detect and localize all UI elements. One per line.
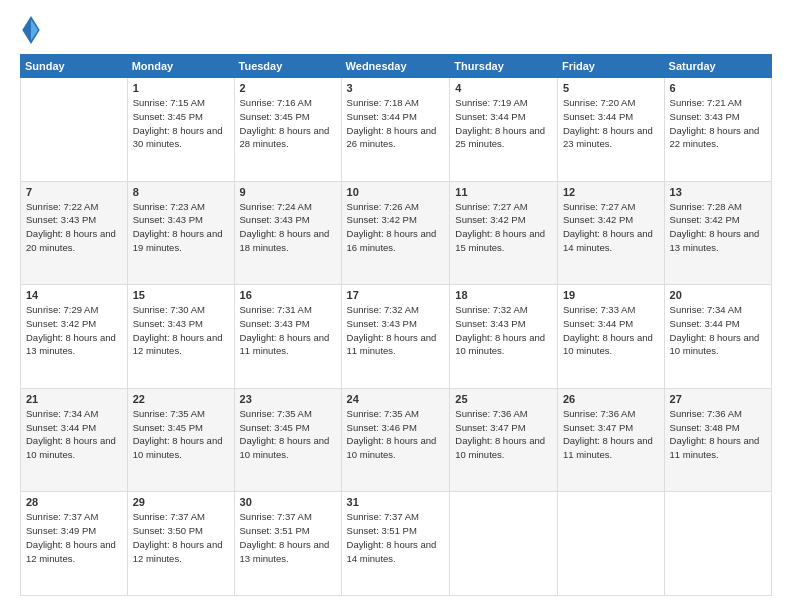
day-cell: 3Sunrise: 7:18 AM Sunset: 3:44 PM Daylig… bbox=[341, 78, 450, 182]
day-number: 16 bbox=[240, 289, 336, 301]
day-info: Sunrise: 7:32 AM Sunset: 3:43 PM Dayligh… bbox=[455, 303, 552, 358]
day-cell: 23Sunrise: 7:35 AM Sunset: 3:45 PM Dayli… bbox=[234, 388, 341, 492]
day-cell: 7Sunrise: 7:22 AM Sunset: 3:43 PM Daylig… bbox=[21, 181, 128, 285]
day-info: Sunrise: 7:21 AM Sunset: 3:43 PM Dayligh… bbox=[670, 96, 766, 151]
day-header-monday: Monday bbox=[127, 55, 234, 78]
day-cell bbox=[664, 492, 771, 596]
day-number: 14 bbox=[26, 289, 122, 301]
day-cell: 1Sunrise: 7:15 AM Sunset: 3:45 PM Daylig… bbox=[127, 78, 234, 182]
day-number: 27 bbox=[670, 393, 766, 405]
day-info: Sunrise: 7:15 AM Sunset: 3:45 PM Dayligh… bbox=[133, 96, 229, 151]
day-info: Sunrise: 7:20 AM Sunset: 3:44 PM Dayligh… bbox=[563, 96, 659, 151]
day-cell: 13Sunrise: 7:28 AM Sunset: 3:42 PM Dayli… bbox=[664, 181, 771, 285]
header bbox=[20, 16, 772, 44]
day-cell bbox=[21, 78, 128, 182]
day-cell: 17Sunrise: 7:32 AM Sunset: 3:43 PM Dayli… bbox=[341, 285, 450, 389]
day-cell: 16Sunrise: 7:31 AM Sunset: 3:43 PM Dayli… bbox=[234, 285, 341, 389]
day-cell: 26Sunrise: 7:36 AM Sunset: 3:47 PM Dayli… bbox=[557, 388, 664, 492]
day-info: Sunrise: 7:16 AM Sunset: 3:45 PM Dayligh… bbox=[240, 96, 336, 151]
day-number: 7 bbox=[26, 186, 122, 198]
day-number: 31 bbox=[347, 496, 445, 508]
day-number: 24 bbox=[347, 393, 445, 405]
day-info: Sunrise: 7:35 AM Sunset: 3:46 PM Dayligh… bbox=[347, 407, 445, 462]
day-number: 13 bbox=[670, 186, 766, 198]
day-info: Sunrise: 7:29 AM Sunset: 3:42 PM Dayligh… bbox=[26, 303, 122, 358]
day-cell: 18Sunrise: 7:32 AM Sunset: 3:43 PM Dayli… bbox=[450, 285, 558, 389]
day-info: Sunrise: 7:32 AM Sunset: 3:43 PM Dayligh… bbox=[347, 303, 445, 358]
day-info: Sunrise: 7:27 AM Sunset: 3:42 PM Dayligh… bbox=[455, 200, 552, 255]
day-cell: 27Sunrise: 7:36 AM Sunset: 3:48 PM Dayli… bbox=[664, 388, 771, 492]
day-info: Sunrise: 7:28 AM Sunset: 3:42 PM Dayligh… bbox=[670, 200, 766, 255]
day-header-friday: Friday bbox=[557, 55, 664, 78]
day-cell: 31Sunrise: 7:37 AM Sunset: 3:51 PM Dayli… bbox=[341, 492, 450, 596]
calendar-table: SundayMondayTuesdayWednesdayThursdayFrid… bbox=[20, 54, 772, 596]
week-row-2: 14Sunrise: 7:29 AM Sunset: 3:42 PM Dayli… bbox=[21, 285, 772, 389]
day-cell: 14Sunrise: 7:29 AM Sunset: 3:42 PM Dayli… bbox=[21, 285, 128, 389]
day-info: Sunrise: 7:23 AM Sunset: 3:43 PM Dayligh… bbox=[133, 200, 229, 255]
day-number: 8 bbox=[133, 186, 229, 198]
day-cell bbox=[557, 492, 664, 596]
day-number: 4 bbox=[455, 82, 552, 94]
day-number: 9 bbox=[240, 186, 336, 198]
day-info: Sunrise: 7:36 AM Sunset: 3:48 PM Dayligh… bbox=[670, 407, 766, 462]
week-row-3: 21Sunrise: 7:34 AM Sunset: 3:44 PM Dayli… bbox=[21, 388, 772, 492]
day-number: 12 bbox=[563, 186, 659, 198]
day-header-wednesday: Wednesday bbox=[341, 55, 450, 78]
day-cell: 22Sunrise: 7:35 AM Sunset: 3:45 PM Dayli… bbox=[127, 388, 234, 492]
day-info: Sunrise: 7:36 AM Sunset: 3:47 PM Dayligh… bbox=[563, 407, 659, 462]
day-info: Sunrise: 7:27 AM Sunset: 3:42 PM Dayligh… bbox=[563, 200, 659, 255]
day-cell: 30Sunrise: 7:37 AM Sunset: 3:51 PM Dayli… bbox=[234, 492, 341, 596]
day-cell: 19Sunrise: 7:33 AM Sunset: 3:44 PM Dayli… bbox=[557, 285, 664, 389]
day-number: 11 bbox=[455, 186, 552, 198]
day-number: 19 bbox=[563, 289, 659, 301]
day-number: 29 bbox=[133, 496, 229, 508]
day-cell: 10Sunrise: 7:26 AM Sunset: 3:42 PM Dayli… bbox=[341, 181, 450, 285]
day-cell: 8Sunrise: 7:23 AM Sunset: 3:43 PM Daylig… bbox=[127, 181, 234, 285]
day-info: Sunrise: 7:37 AM Sunset: 3:51 PM Dayligh… bbox=[240, 510, 336, 565]
day-cell: 15Sunrise: 7:30 AM Sunset: 3:43 PM Dayli… bbox=[127, 285, 234, 389]
day-number: 6 bbox=[670, 82, 766, 94]
week-row-1: 7Sunrise: 7:22 AM Sunset: 3:43 PM Daylig… bbox=[21, 181, 772, 285]
week-row-4: 28Sunrise: 7:37 AM Sunset: 3:49 PM Dayli… bbox=[21, 492, 772, 596]
day-cell: 12Sunrise: 7:27 AM Sunset: 3:42 PM Dayli… bbox=[557, 181, 664, 285]
day-info: Sunrise: 7:18 AM Sunset: 3:44 PM Dayligh… bbox=[347, 96, 445, 151]
day-info: Sunrise: 7:37 AM Sunset: 3:49 PM Dayligh… bbox=[26, 510, 122, 565]
day-info: Sunrise: 7:33 AM Sunset: 3:44 PM Dayligh… bbox=[563, 303, 659, 358]
day-header-thursday: Thursday bbox=[450, 55, 558, 78]
day-cell: 28Sunrise: 7:37 AM Sunset: 3:49 PM Dayli… bbox=[21, 492, 128, 596]
day-number: 1 bbox=[133, 82, 229, 94]
day-cell: 11Sunrise: 7:27 AM Sunset: 3:42 PM Dayli… bbox=[450, 181, 558, 285]
day-info: Sunrise: 7:35 AM Sunset: 3:45 PM Dayligh… bbox=[240, 407, 336, 462]
day-info: Sunrise: 7:35 AM Sunset: 3:45 PM Dayligh… bbox=[133, 407, 229, 462]
week-row-0: 1Sunrise: 7:15 AM Sunset: 3:45 PM Daylig… bbox=[21, 78, 772, 182]
day-info: Sunrise: 7:26 AM Sunset: 3:42 PM Dayligh… bbox=[347, 200, 445, 255]
day-info: Sunrise: 7:34 AM Sunset: 3:44 PM Dayligh… bbox=[670, 303, 766, 358]
day-header-tuesday: Tuesday bbox=[234, 55, 341, 78]
day-number: 3 bbox=[347, 82, 445, 94]
day-header-saturday: Saturday bbox=[664, 55, 771, 78]
day-info: Sunrise: 7:19 AM Sunset: 3:44 PM Dayligh… bbox=[455, 96, 552, 151]
day-cell: 5Sunrise: 7:20 AM Sunset: 3:44 PM Daylig… bbox=[557, 78, 664, 182]
day-number: 21 bbox=[26, 393, 122, 405]
page: SundayMondayTuesdayWednesdayThursdayFrid… bbox=[0, 0, 792, 612]
day-info: Sunrise: 7:37 AM Sunset: 3:51 PM Dayligh… bbox=[347, 510, 445, 565]
day-info: Sunrise: 7:31 AM Sunset: 3:43 PM Dayligh… bbox=[240, 303, 336, 358]
logo-icon bbox=[22, 16, 40, 44]
day-cell: 21Sunrise: 7:34 AM Sunset: 3:44 PM Dayli… bbox=[21, 388, 128, 492]
day-number: 25 bbox=[455, 393, 552, 405]
day-cell: 6Sunrise: 7:21 AM Sunset: 3:43 PM Daylig… bbox=[664, 78, 771, 182]
day-cell: 25Sunrise: 7:36 AM Sunset: 3:47 PM Dayli… bbox=[450, 388, 558, 492]
day-cell: 20Sunrise: 7:34 AM Sunset: 3:44 PM Dayli… bbox=[664, 285, 771, 389]
day-cell: 29Sunrise: 7:37 AM Sunset: 3:50 PM Dayli… bbox=[127, 492, 234, 596]
day-number: 28 bbox=[26, 496, 122, 508]
calendar-header-row: SundayMondayTuesdayWednesdayThursdayFrid… bbox=[21, 55, 772, 78]
day-info: Sunrise: 7:34 AM Sunset: 3:44 PM Dayligh… bbox=[26, 407, 122, 462]
day-info: Sunrise: 7:24 AM Sunset: 3:43 PM Dayligh… bbox=[240, 200, 336, 255]
day-number: 30 bbox=[240, 496, 336, 508]
day-cell bbox=[450, 492, 558, 596]
day-cell: 2Sunrise: 7:16 AM Sunset: 3:45 PM Daylig… bbox=[234, 78, 341, 182]
day-number: 22 bbox=[133, 393, 229, 405]
day-cell: 9Sunrise: 7:24 AM Sunset: 3:43 PM Daylig… bbox=[234, 181, 341, 285]
day-number: 26 bbox=[563, 393, 659, 405]
day-header-sunday: Sunday bbox=[21, 55, 128, 78]
